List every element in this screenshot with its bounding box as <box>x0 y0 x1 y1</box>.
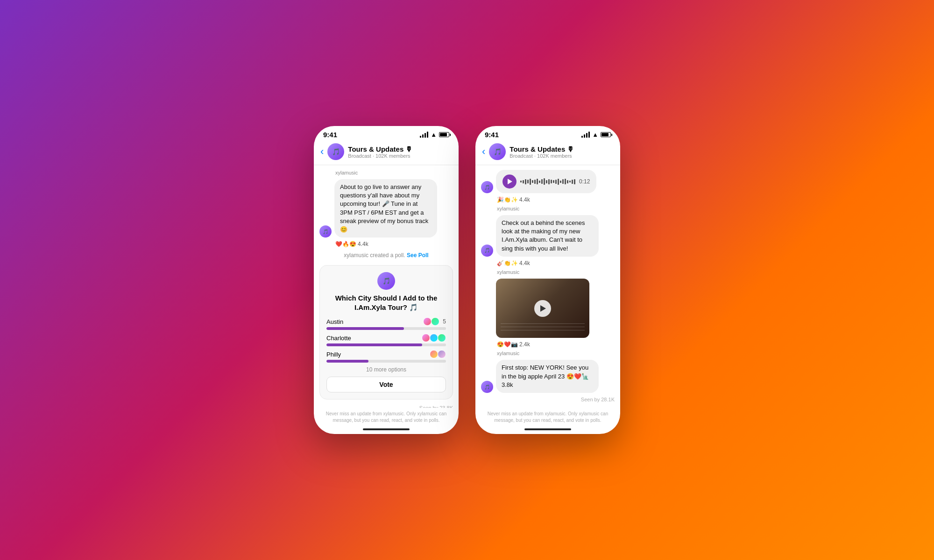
voter-avatar-5 <box>438 334 446 342</box>
phone-right: 9:41 ▲ ‹ 🎵 Tours & Updates 🎙 Broadcast ·… <box>475 126 620 434</box>
battery-icon <box>439 132 449 137</box>
header-info-right: Tours & Updates 🎙 Broadcast · 102K membe… <box>509 145 614 159</box>
notebook-lines <box>501 323 585 333</box>
status-icons-right: ▲ <box>581 131 611 138</box>
poll-option-header-austin: Austin 5 <box>326 317 446 326</box>
poll-avatar-center: 🎵 <box>326 272 446 290</box>
reactions-r1[interactable]: 🎸👏✨ 4.4k <box>481 260 615 266</box>
avatar-r2: 🎵 <box>481 381 493 393</box>
phones-container: 9:41 ▲ ‹ 🎵 Tours & Updates 🎙 Broadcast ·… <box>314 126 620 434</box>
reaction-count-r1: 4.4k <box>519 260 530 266</box>
home-indicator-left <box>314 428 459 434</box>
voter-avatar-4 <box>430 334 438 342</box>
voter-avatar-6 <box>430 350 438 358</box>
seen-label-left: Seen by 23.8K <box>319 404 453 408</box>
reaction-count-1: 4.4k <box>358 241 368 247</box>
poll-bar-bg-philly <box>326 360 446 363</box>
header-info-left: Tours & Updates 🎙 Broadcast · 102K membe… <box>348 145 452 159</box>
phone-left: 9:41 ▲ ‹ 🎵 Tours & Updates 🎙 Broadcast ·… <box>314 126 459 434</box>
channel-subtitle-right: Broadcast · 102K members <box>509 153 614 159</box>
battery-icon-right <box>601 132 611 137</box>
channel-avatar-left: 🎵 <box>327 143 344 160</box>
chat-header-left: ‹ 🎵 Tours & Updates 🎙 Broadcast · 102K m… <box>314 140 459 165</box>
play-triangle-icon <box>508 179 512 184</box>
reaction-count-video: 2.4k <box>519 341 530 348</box>
chat-area-left: xylamusic 🎵 About to go live to answer a… <box>314 165 459 408</box>
audio-duration: 0:12 <box>579 178 590 185</box>
chat-area-right: 🎵 0:12 🎉👏✨ 4.4k xylamusic 🎵 Check out <box>475 165 620 408</box>
message-row-r1: 🎵 Check out a behind the scenes look at … <box>481 215 615 257</box>
vote-button[interactable]: Vote <box>326 377 446 392</box>
see-poll-link[interactable]: See Poll <box>407 252 429 259</box>
voter-count-austin: 5 <box>443 318 446 325</box>
reaction-emojis-r1: 🎸👏✨ <box>497 260 518 266</box>
poll-bar-fill-philly <box>326 360 368 363</box>
video-play-icon <box>540 305 546 312</box>
signal-icon-right <box>581 132 590 138</box>
status-bar-right: 9:41 ▲ <box>475 126 620 140</box>
avatar-1: 🎵 <box>319 225 332 238</box>
message-sender-r1: xylamusic <box>481 206 615 211</box>
wifi-icon: ▲ <box>431 131 437 138</box>
reaction-emojis-1: ❤️🔥😍 <box>335 241 356 247</box>
poll-option-header-charlotte: Charlotte <box>326 334 446 342</box>
reactions-1[interactable]: ❤️🔥😍 4.4k <box>319 241 453 247</box>
avatar-r1: 🎵 <box>481 245 493 257</box>
poll-option-philly[interactable]: Philly <box>326 350 446 363</box>
poll-avatar: 🎵 <box>377 272 395 290</box>
voter-avatar-7 <box>438 350 446 358</box>
poll-option-label-austin: Austin <box>326 318 343 325</box>
poll-notification: xylamusic created a poll. See Poll <box>319 250 453 260</box>
poll-bar-bg-charlotte <box>326 343 446 346</box>
status-icons-left: ▲ <box>420 131 449 138</box>
audio-player[interactable]: 0:12 <box>496 170 596 193</box>
play-button[interactable] <box>502 175 517 189</box>
video-play-button[interactable] <box>534 300 551 317</box>
message-row-1: 🎵 About to go live to answer any questio… <box>319 179 453 238</box>
poll-option-charlotte[interactable]: Charlotte <box>326 334 446 346</box>
reactions-audio[interactable]: 🎉👏✨ 4.4k <box>481 196 615 203</box>
home-bar-left <box>363 428 410 430</box>
home-bar-right <box>524 428 571 430</box>
poll-title: Which City Should I Add to the I.Am.Xyla… <box>326 294 446 312</box>
poll-option-voters-austin: 5 <box>425 317 446 326</box>
message-sender-1: xylamusic <box>319 170 453 175</box>
poll-option-label-philly: Philly <box>326 351 341 358</box>
chat-header-right: ‹ 🎵 Tours & Updates 🎙 Broadcast · 102K m… <box>475 140 620 165</box>
poll-option-austin[interactable]: Austin 5 <box>326 317 446 330</box>
audio-message-row: 🎵 0:12 <box>481 170 615 193</box>
channel-name-left: Tours & Updates 🎙 <box>348 145 452 153</box>
avatar-audio: 🎵 <box>481 181 493 193</box>
reactions-video[interactable]: 😍❤️📷 2.4k <box>481 341 615 348</box>
message-row-r2: 🎵 First stop: NEW YORK! See you in the b… <box>481 360 615 393</box>
poll-bar-fill-charlotte <box>326 343 422 346</box>
message-bubble-r2: First stop: NEW YORK! See you in the big… <box>496 360 599 393</box>
poll-notif-text: xylamusic created a poll. <box>344 252 407 259</box>
poll-card: 🎵 Which City Should I Add to the I.Am.Xy… <box>319 265 453 399</box>
back-button-right[interactable]: ‹ <box>482 146 485 158</box>
voter-avatar-1 <box>423 317 432 326</box>
reaction-count-audio: 4.4k <box>519 196 530 203</box>
footer-note-right: Never miss an update from xylamusic. Onl… <box>475 408 620 428</box>
message-sender-r2: xylamusic <box>481 350 615 356</box>
waveform <box>520 178 575 185</box>
reaction-emojis-video: 😍❤️📷 <box>497 341 518 348</box>
poll-option-voters-charlotte <box>424 334 446 342</box>
status-bar-left: 9:41 ▲ <box>314 126 459 140</box>
signal-icon <box>420 132 428 138</box>
wifi-icon-right: ▲ <box>592 131 598 138</box>
channel-subtitle-left: Broadcast · 102K members <box>348 153 452 159</box>
channel-name-right: Tours & Updates 🎙 <box>509 145 614 153</box>
footer-note-left: Never miss an update from xylamusic. Onl… <box>314 408 459 428</box>
message-bubble-1: About to go live to answer any questions… <box>334 179 437 238</box>
video-thumbnail[interactable] <box>496 279 589 338</box>
voter-avatar-3 <box>422 334 430 342</box>
message-sender-video: xylamusic <box>481 269 615 275</box>
home-indicator-right <box>475 428 620 434</box>
poll-more-options: 10 more options <box>326 366 446 373</box>
status-time-left: 9:41 <box>323 131 337 139</box>
voter-avatar-2 <box>431 317 439 326</box>
channel-avatar-right: 🎵 <box>489 143 506 160</box>
status-time-right: 9:41 <box>485 131 499 139</box>
back-button-left[interactable]: ‹ <box>320 146 324 158</box>
